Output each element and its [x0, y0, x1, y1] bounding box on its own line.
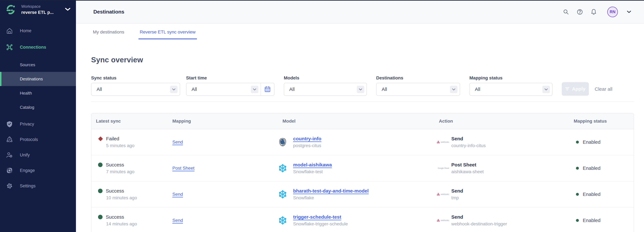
table-row: Failed 5 minutes ago Send country-info p…	[92, 129, 634, 155]
avatar[interactable]: RN	[607, 6, 618, 17]
sidebar-item-home[interactable]: Home	[0, 23, 76, 38]
tab-my-destinations[interactable]: My destinations	[92, 29, 126, 39]
mapping-cell: Post Sheet	[172, 166, 282, 171]
mapping-status-text: Enabled	[583, 192, 600, 197]
sidebar-item-settings[interactable]: Settings	[0, 178, 76, 194]
model-cell: trigger-schedule-test Snowflake-trigger-…	[278, 214, 439, 227]
snowflake-icon	[278, 216, 287, 225]
model-link[interactable]: country-info	[293, 136, 321, 141]
action-destination-name: tmp	[451, 195, 463, 201]
topbar: Destinations RN	[76, 0, 644, 23]
calendar-icon[interactable]	[260, 83, 274, 95]
latest-sync-cell: Success 7 minutes ago	[96, 162, 172, 174]
mapping-status-select[interactable]: All	[470, 83, 552, 96]
sync-status-text: Failed	[106, 136, 119, 141]
sidebar: Workspace reverse ETL p... Home	[0, 0, 76, 232]
latest-sync-cell: Failed 5 minutes ago	[96, 136, 172, 148]
success-status-icon	[98, 189, 102, 193]
mapping-cell: Send	[172, 218, 282, 223]
filter-label: Mapping status	[470, 75, 552, 81]
filter-label: Sync status	[91, 75, 180, 81]
sidebar-item-privacy[interactable]: Privacy	[0, 116, 76, 132]
filter-bar: Sync status All Start time All	[91, 75, 634, 96]
webhooks-logo: webhooks	[437, 218, 449, 223]
mapping-link[interactable]: Post Sheet	[172, 166, 194, 171]
sidebar-item-label: Unify	[20, 153, 30, 158]
column-header-model: Model	[282, 119, 439, 124]
sync-status-select[interactable]: All	[91, 83, 180, 96]
sidebar-item-label: Privacy	[20, 122, 34, 127]
sync-table: Latest sync Mapping Model Action Mapping…	[91, 113, 634, 232]
google-sheets-logo: Google Sheets	[437, 166, 449, 170]
action-destination-name: country-info-citus	[451, 143, 486, 148]
sync-status-text: Success	[106, 162, 124, 168]
model-link[interactable]: trigger-schedule-test	[293, 214, 348, 220]
mapping-status-cell: Enabled	[574, 218, 634, 223]
sidebar-item-health[interactable]: Health	[0, 86, 76, 100]
mapping-status-cell: Enabled	[574, 166, 634, 171]
filter-label: Start time	[186, 75, 274, 81]
sync-time: 14 minutes ago	[98, 221, 172, 227]
mapping-link[interactable]: Send	[172, 140, 183, 145]
topbar-actions: RN	[562, 6, 631, 17]
app-root: Workspace reverse ETL p... Home	[0, 0, 644, 232]
sync-time: 10 minutes ago	[98, 195, 172, 201]
column-header-mapping: Mapping	[172, 119, 282, 124]
filter-mapping-status: Mapping status All	[470, 75, 552, 96]
search-icon[interactable]	[562, 8, 570, 15]
select-value: All	[192, 86, 197, 92]
apply-button[interactable]: Apply	[562, 82, 589, 96]
enabled-status-dot	[576, 167, 579, 170]
help-icon[interactable]	[576, 8, 583, 15]
sidebar-item-destinations[interactable]: Destinations	[0, 72, 76, 86]
sync-overview-section: Sync overview Sync status All Start time…	[76, 39, 644, 232]
workspace-label: Workspace	[21, 4, 54, 9]
brand-label: Google Sheets	[438, 167, 449, 169]
clear-all-link[interactable]: Clear all	[595, 86, 612, 92]
sidebar-item-catalog[interactable]: Catalog	[0, 100, 76, 114]
window-top-edge	[0, 0, 644, 1]
action-name: Send	[451, 214, 507, 220]
sidebar-item-unify[interactable]: Unify	[0, 147, 76, 163]
action-destination-name: webhook-destination-trigger	[451, 221, 507, 227]
bell-icon[interactable]	[590, 8, 597, 15]
filter-destinations: Destinations All	[376, 75, 460, 96]
table-row: Success 7 minutes ago Post Sheet model-a…	[92, 155, 634, 181]
unify-icon	[6, 151, 13, 159]
sidebar-item-connections[interactable]: Connections	[0, 39, 76, 55]
sidebar-item-protocols[interactable]: Protocols	[0, 132, 76, 147]
workspace-switcher[interactable]: Workspace reverse ETL p...	[0, 0, 76, 19]
model-link[interactable]: model-aishikawa	[293, 162, 332, 168]
sidebar-item-engage[interactable]: Engage	[0, 163, 76, 178]
postgresql-icon	[278, 138, 287, 146]
account-chevron-down-icon[interactable]	[627, 11, 631, 13]
success-status-icon	[98, 215, 102, 219]
sidebar-item-label: Catalog	[20, 105, 34, 110]
sidebar-item-label: Health	[20, 91, 32, 96]
sidebar-item-sources[interactable]: Sources	[0, 58, 76, 72]
sync-time: 7 minutes ago	[98, 169, 172, 174]
model-link[interactable]: bharath-test-day-and-time-model	[293, 188, 368, 194]
page-title: Destinations	[93, 9, 124, 15]
enabled-status-dot	[576, 141, 579, 144]
connections-sub-list: Sources Destinations Health Catalog	[0, 58, 76, 114]
latest-sync-cell: Success 14 minutes ago	[96, 214, 172, 227]
main-area: Destinations RN My destinations Reverse	[76, 0, 644, 232]
filter-label: Destinations	[376, 75, 460, 81]
tab-reverse-etl-sync-overview[interactable]: Reverse ETL sync overview	[138, 29, 197, 39]
mapping-link[interactable]: Send	[172, 192, 183, 197]
mapping-status-text: Enabled	[583, 166, 600, 171]
enabled-status-dot	[576, 193, 579, 196]
rudderstack-logo-icon	[6, 4, 16, 15]
models-select[interactable]: All	[284, 83, 367, 96]
enabled-status-dot	[576, 219, 579, 222]
table-row: Success 14 minutes ago Send trigger-sche…	[92, 208, 634, 232]
destinations-select[interactable]: All	[376, 83, 460, 96]
brand-label: webhooks	[441, 141, 449, 143]
start-time-select[interactable]: All	[186, 83, 274, 96]
mapping-cell: Send	[172, 192, 282, 197]
mapping-link[interactable]: Send	[172, 218, 183, 223]
sidebar-item-label: Home	[20, 28, 32, 33]
select-value: All	[382, 86, 387, 92]
chevron-down-icon	[357, 86, 364, 93]
